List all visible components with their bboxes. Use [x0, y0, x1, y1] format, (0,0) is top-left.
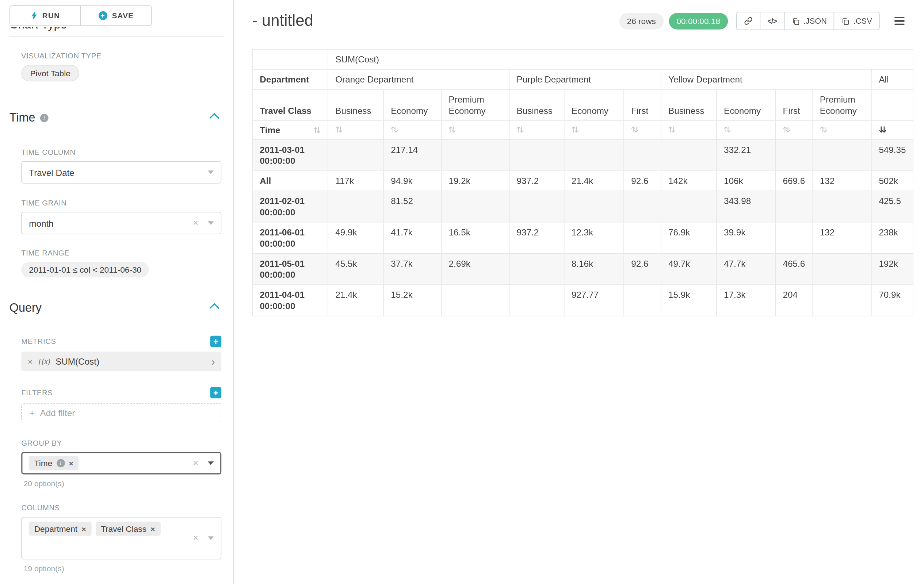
- control-panel-scroll[interactable]: Chart Type VISUALIZATION TYPE Pivot Tabl…: [0, 0, 233, 584]
- add-metric-button[interactable]: +: [210, 336, 222, 347]
- info-icon[interactable]: i: [40, 114, 48, 122]
- export-button-group: </> .JSON .CSV: [736, 12, 880, 30]
- sort-icon[interactable]: [724, 125, 731, 133]
- pivot-row-label: All: [252, 171, 328, 191]
- clear-icon[interactable]: ×: [193, 218, 198, 228]
- superset-explore-view: Chart Type VISUALIZATION TYPE Pivot Tabl…: [0, 0, 924, 584]
- menu-button[interactable]: [890, 13, 909, 28]
- pivot-value-cell: [661, 140, 716, 171]
- pivot-value-cell: 106k: [716, 171, 776, 191]
- link-icon: [744, 16, 753, 25]
- pivot-row-label: 2011-06-01 00:00:00: [252, 222, 328, 254]
- sortable-column-cell: [624, 121, 661, 140]
- pivot-value-cell: 8.16k: [564, 253, 624, 285]
- pivot-row: 2011-04-01 00:00:0021.4k15.2k927.7715.9k…: [252, 285, 913, 316]
- sort-icon[interactable]: [314, 126, 320, 134]
- chevron-down-icon: [208, 536, 214, 540]
- metric-chip[interactable]: × ƒ(x) SUM(Cost) ›: [21, 352, 221, 371]
- embed-code-button[interactable]: </>: [760, 12, 784, 30]
- sortable-column-cell: [871, 121, 913, 140]
- run-button-label: RUN: [42, 12, 60, 20]
- pivot-value-cell: 343.98: [716, 191, 776, 222]
- sort-icon[interactable]: [449, 125, 456, 133]
- pivot-row: 2011-03-01 00:00:00217.14332.21549.35: [252, 140, 913, 171]
- save-button[interactable]: + SAVE: [80, 5, 152, 26]
- pivot-value-cell: [776, 191, 812, 222]
- function-icon: ƒ(x): [38, 357, 50, 366]
- department-header: Orange Department: [328, 69, 509, 89]
- group-by-select[interactable]: Time i × ×: [21, 452, 221, 474]
- row-count-badge: 26 rows: [619, 13, 663, 29]
- columns-tag-label: Department: [34, 524, 78, 534]
- pivot-row-label: 2011-04-01 00:00:00: [252, 285, 328, 316]
- sort-icon[interactable]: [820, 125, 827, 133]
- sort-icon[interactable]: [668, 125, 675, 133]
- add-filter-button[interactable]: + Add filter: [21, 403, 221, 422]
- chevron-up-icon[interactable]: [209, 113, 219, 123]
- sortable-column-cell: [813, 121, 872, 140]
- time-column-select[interactable]: Travel Date: [21, 161, 221, 183]
- metric-name: SUM(Cost): [56, 356, 99, 366]
- sort-icon[interactable]: [517, 125, 524, 133]
- columns-tag-travel-class[interactable]: Travel Class ×: [95, 521, 160, 536]
- group-by-options-note: 20 option(s): [24, 479, 224, 488]
- sort-descending-icon[interactable]: [879, 125, 886, 133]
- pivot-value-cell: 927.77: [564, 285, 624, 316]
- sort-icon[interactable]: [783, 125, 790, 133]
- pivot-value-cell: 81.52: [383, 191, 441, 222]
- columns-select[interactable]: Department × Travel Class × ×: [21, 517, 221, 559]
- clear-icon[interactable]: ×: [193, 459, 198, 468]
- query-section-header[interactable]: Query: [10, 301, 224, 314]
- info-icon[interactable]: i: [57, 459, 65, 467]
- run-button[interactable]: RUN: [10, 5, 81, 26]
- add-filter-plus-button[interactable]: +: [210, 387, 222, 398]
- remove-tag-icon[interactable]: ×: [81, 525, 86, 533]
- pivot-value-cell: 132: [813, 171, 872, 191]
- group-by-tag[interactable]: Time i ×: [29, 456, 79, 470]
- pivot-row-label: 2011-02-01 00:00:00: [252, 191, 328, 222]
- section-divider: [10, 36, 224, 37]
- clear-icon[interactable]: ×: [193, 533, 198, 543]
- travel-class-header: Economy: [564, 89, 624, 121]
- time-grain-select[interactable]: month ×: [21, 212, 221, 234]
- sort-icon[interactable]: [631, 125, 638, 133]
- chevron-up-icon[interactable]: [209, 303, 219, 313]
- pivot-value-cell: 21.4k: [564, 171, 624, 191]
- sortable-column-cell: [509, 121, 564, 140]
- remove-tag-icon[interactable]: ×: [69, 459, 73, 467]
- pivot-value-cell: 92.6: [624, 171, 661, 191]
- pivot-value-cell: 117k: [328, 171, 383, 191]
- export-json-button[interactable]: .JSON: [784, 12, 835, 30]
- sort-icon[interactable]: [391, 125, 398, 133]
- share-link-button[interactable]: [736, 12, 761, 30]
- pivot-value-cell: 17.3k: [716, 285, 776, 316]
- sortable-column-cell: [776, 121, 812, 140]
- sort-icon[interactable]: [335, 125, 342, 133]
- pivot-value-cell: 15.2k: [383, 285, 441, 316]
- export-csv-button[interactable]: .CSV: [834, 12, 879, 30]
- chevron-right-icon[interactable]: ›: [211, 356, 215, 367]
- time-range-pill[interactable]: 2011-01-01 ≤ col < 2011-06-30: [21, 262, 149, 277]
- row-dimension-header: Department: [252, 69, 328, 89]
- sortable-column-cell: [383, 121, 441, 140]
- pivot-value-cell: 45.5k: [328, 253, 383, 285]
- viz-type-pill[interactable]: Pivot Table: [21, 65, 79, 81]
- sortable-column-cell: [716, 121, 776, 140]
- query-timer-badge: 00:00:00.18: [669, 13, 728, 29]
- sort-icon[interactable]: [572, 125, 579, 133]
- pivot-value-cell: [813, 140, 872, 171]
- pivot-row-label: 2011-05-01 00:00:00: [252, 253, 328, 285]
- metric-header-cell: SUM(Cost): [328, 49, 913, 69]
- pivot-value-cell: 465.6: [776, 253, 812, 285]
- pivot-value-cell: [776, 140, 812, 171]
- remove-metric-icon[interactable]: ×: [28, 357, 33, 366]
- class-dimension-header: Travel Class: [252, 89, 328, 121]
- pivot-value-cell: 192k: [871, 253, 913, 285]
- columns-tag-department[interactable]: Department ×: [29, 521, 91, 536]
- pivot-value-cell: [328, 140, 383, 171]
- chart-title[interactable]: - untitled: [252, 12, 313, 30]
- remove-tag-icon[interactable]: ×: [150, 525, 155, 533]
- json-button-label: .JSON: [804, 16, 827, 25]
- time-range-label: TIME RANGE: [21, 249, 223, 257]
- time-section-header[interactable]: Time i: [10, 111, 224, 125]
